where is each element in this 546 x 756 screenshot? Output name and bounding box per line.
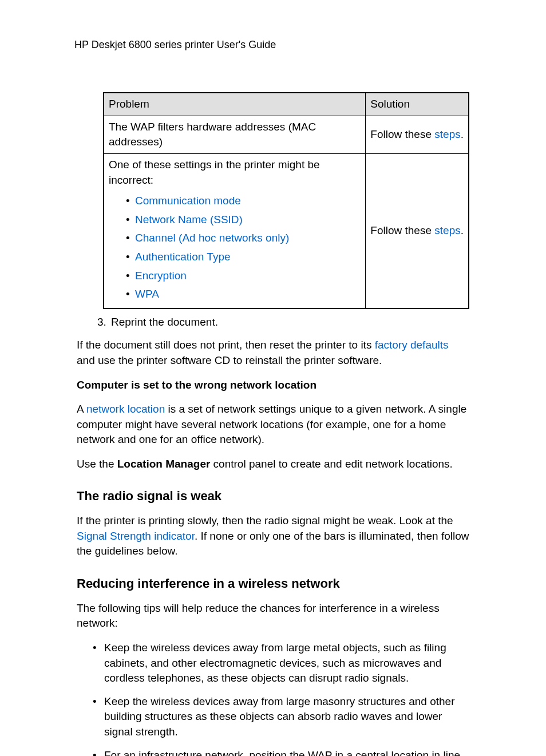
step-text: Reprint the document. [111,316,218,328]
reducing-interference-heading: Reducing interference in a wireless netw… [77,575,469,593]
signal-paragraph: If the printer is printing slowly, then … [77,513,469,559]
settings-list: Communication mode Network Name (SSID) C… [109,193,361,302]
factory-defaults-link[interactable]: factory defaults [375,339,449,351]
step-marker: 3. [97,315,111,330]
radio-signal-heading: The radio signal is weak [77,488,469,505]
channel-link[interactable]: Channel (Ad hoc networks only) [135,232,289,244]
wpa-link[interactable]: WPA [135,288,159,300]
communication-mode-link[interactable]: Communication mode [135,195,241,207]
list-item: For an infrastructure network, position … [93,748,469,756]
settings-intro: One of these settings in the printer mig… [109,157,361,188]
ssid-link[interactable]: Network Name (SSID) [135,213,243,225]
wrong-location-heading: Computer is set to the wrong network loc… [77,378,469,393]
location-manager-paragraph: Use the Location Manager control panel t… [77,457,469,472]
steps-link[interactable]: steps [434,128,460,140]
solution-cell: Follow these steps. [366,153,469,308]
encryption-link[interactable]: Encryption [135,270,187,282]
network-location-link[interactable]: network location [86,403,165,415]
table-row: The WAP filters hardware addresses (MAC … [104,116,469,153]
tips-list: Keep the wireless devices away from larg… [77,640,469,756]
reset-paragraph: If the document still does not print, th… [77,338,469,368]
table-row: One of these settings in the printer mig… [104,153,469,308]
table-header-problem: Problem [104,93,366,116]
problem-cell: One of these settings in the printer mig… [104,153,366,308]
network-location-paragraph: A network location is a set of network s… [77,402,469,448]
table-header-solution: Solution [366,93,469,116]
solution-cell: Follow these steps. [366,116,469,153]
auth-type-link[interactable]: Authentication Type [135,251,231,263]
problem-cell: The WAP filters hardware addresses (MAC … [104,116,366,153]
list-item: Keep the wireless devices away from larg… [93,640,469,686]
steps-link[interactable]: steps [434,224,460,236]
step-3: 3.Reprint the document. [97,315,469,330]
location-manager-bold: Location Manager [117,458,211,470]
problem-solution-table: Problem Solution The WAP filters hardwar… [103,92,469,309]
list-item: Keep the wireless devices away from larg… [93,694,469,740]
signal-strength-link[interactable]: Signal Strength indicator [77,530,195,542]
tips-intro: The following tips will help reduce the … [77,601,469,631]
document-header: HP Deskjet 6800 series printer User's Gu… [74,38,469,52]
